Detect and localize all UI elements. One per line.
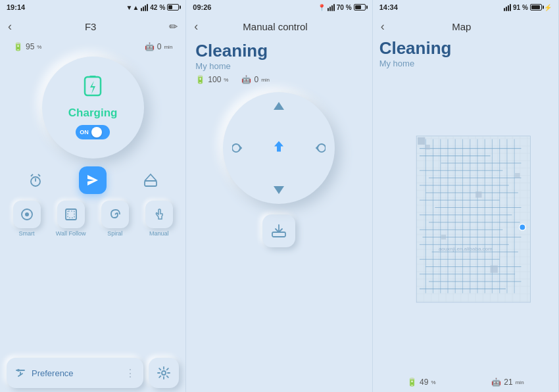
battery-val-2: 100 <box>208 75 221 84</box>
big-title-2: Cleaning <box>195 41 362 61</box>
preference-button[interactable]: Preference ⋮ <box>7 358 143 388</box>
mode-icon-send <box>79 166 107 194</box>
svg-marker-13 <box>274 102 284 110</box>
charging-text: Charging <box>68 107 118 120</box>
status-bar-2: 09:26 📍 70% <box>186 0 372 14</box>
settings-button[interactable] <box>149 358 179 388</box>
battery-val-3: 49 <box>420 378 428 387</box>
battery-pct-1: 42 <box>150 4 157 11</box>
header-2: ‹ Manual control <box>186 14 372 38</box>
svg-point-12 <box>162 371 166 375</box>
svg-marker-14 <box>274 186 284 194</box>
svg-rect-53 <box>418 137 425 145</box>
smart-icon <box>13 201 41 228</box>
mode-wall-follow[interactable]: Wall Follow <box>51 201 91 237</box>
manual-icon <box>145 201 173 228</box>
svg-rect-6 <box>145 181 157 186</box>
p1-content: 🔋 95% 🤖 0min Charging ON <box>0 38 185 392</box>
wall-follow-icon <box>57 201 85 228</box>
svg-rect-1 <box>89 76 96 78</box>
dock-container <box>186 214 372 247</box>
battery-pct-2: 70 <box>337 4 344 11</box>
smart-label: Smart <box>19 230 35 237</box>
map-svg <box>379 75 552 370</box>
dpad-down[interactable] <box>273 185 285 195</box>
watermark: aouxnji.en.alibaba.com <box>439 246 493 252</box>
p2-top: Cleaning My home <box>186 38 372 75</box>
edit-icon-1[interactable]: ✏ <box>169 20 178 33</box>
time-icon-2: 🤖 <box>241 75 251 84</box>
svg-rect-18 <box>416 136 530 303</box>
dpad-wrapper <box>186 89 372 207</box>
panel-f3: 19:14 ▼▲ 42% ‹ F3 ✏ 🔋 95% <box>0 0 186 392</box>
mode-manual[interactable]: Manual <box>139 201 179 237</box>
preference-dots[interactable]: ⋮ <box>125 367 135 380</box>
dpad-left[interactable] <box>232 142 243 154</box>
time-stat-icon-1: 🤖 <box>145 42 155 51</box>
toggle-switch[interactable]: ON <box>76 125 110 139</box>
subtitle-2: My home <box>195 61 362 71</box>
battery-pct-3: 91 <box>513 4 520 11</box>
manual-label: Manual <box>149 230 169 237</box>
alarm-btn[interactable] <box>22 166 49 194</box>
spiral-label: Spiral <box>107 230 122 237</box>
time-3: 14:34 <box>379 3 398 11</box>
header-1: ‹ F3 ✏ <box>0 14 185 38</box>
battery-icon-1 <box>167 4 179 11</box>
svg-line-3 <box>31 174 33 176</box>
toggle-circle <box>91 127 102 137</box>
svg-marker-15 <box>274 141 283 152</box>
header-3: ‹ Map <box>373 14 558 38</box>
back-button-3[interactable]: ‹ <box>381 20 385 32</box>
svg-point-11 <box>17 369 20 372</box>
back-button-1[interactable]: ‹ <box>8 20 12 32</box>
battery-icon-stat-2: 🔋 <box>195 75 205 84</box>
battery-stat-3: 🔋 49% <box>407 378 435 387</box>
send-btn[interactable] <box>79 166 107 194</box>
svg-rect-56 <box>441 235 445 239</box>
mode-spiral[interactable]: Spiral <box>95 201 135 237</box>
svg-rect-57 <box>490 266 497 273</box>
svg-point-8 <box>25 212 29 216</box>
signal-bars-3 <box>504 4 511 11</box>
time-icon-3: 🤖 <box>491 378 501 387</box>
time-stat-3: 🤖 21min <box>491 378 523 387</box>
signal-icon-1: ▼▲ <box>126 4 139 11</box>
wall-follow-label: Wall Follow <box>56 230 86 237</box>
mode-icons-row <box>7 166 179 194</box>
header-title-2: Manual control <box>243 21 307 32</box>
p1-stats: 🔋 95% 🤖 0min <box>7 42 179 51</box>
big-title-3: Cleaning <box>379 38 552 59</box>
svg-rect-10 <box>68 211 74 218</box>
dpad-right[interactable] <box>315 142 326 154</box>
svg-point-52 <box>519 224 525 230</box>
battery-stat-icon-1: 🔋 <box>13 42 23 51</box>
time-stat-2: 🤖 0min <box>241 75 270 84</box>
location-icon: 📍 <box>318 4 326 11</box>
status-bar-3: 14:34 91% ⚡ <box>373 0 558 14</box>
preference-icon <box>14 366 26 380</box>
inbox-btn[interactable] <box>137 166 164 194</box>
battery-icon-2 <box>354 4 366 11</box>
map-area: aouxnji.en.alibaba.com <box>379 75 552 370</box>
time-val-3: 21 <box>504 378 512 387</box>
back-button-2[interactable]: ‹ <box>194 20 198 32</box>
time-val-1: 0 <box>157 42 162 51</box>
svg-rect-58 <box>515 173 520 178</box>
status-bar-1: 19:14 ▼▲ 42% <box>0 0 185 14</box>
signal-bars-1 <box>141 4 148 11</box>
svg-line-4 <box>38 174 40 176</box>
dock-button[interactable] <box>262 214 295 247</box>
svg-rect-55 <box>475 191 481 197</box>
status-right-3: 91% ⚡ <box>504 4 552 11</box>
mode-smart[interactable]: Smart <box>7 201 47 237</box>
battery-icon-3 <box>530 4 542 11</box>
cleaning-modes-grid: Smart Wall Follow Spiral Manual <box>7 201 179 237</box>
mode-icon-alarm <box>22 166 49 194</box>
battery-icon-3b: 🔋 <box>407 378 417 387</box>
dpad-center[interactable] <box>271 139 287 158</box>
bottom-row-1: Preference ⋮ <box>7 358 179 388</box>
dpad-up[interactable] <box>273 101 285 110</box>
battery-val-1: 95 <box>26 42 34 51</box>
charging-bolt: ⚡ <box>544 4 552 11</box>
